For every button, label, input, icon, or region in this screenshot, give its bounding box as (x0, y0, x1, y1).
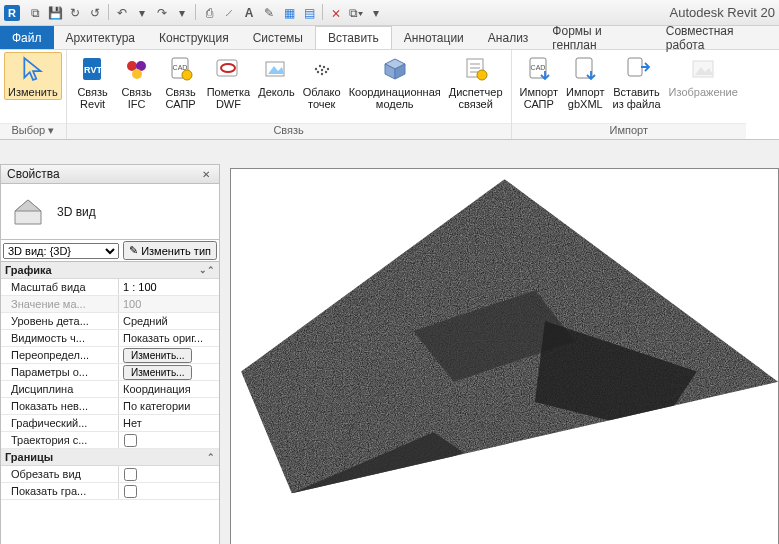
coord-model-button[interactable]: Координационная модель (345, 52, 445, 112)
tab-structure[interactable]: Конструкция (147, 26, 241, 49)
edit-icon: ✎ (129, 244, 138, 257)
dwf-markup-button[interactable]: Пометка DWF (203, 52, 255, 112)
visibility-value[interactable]: Показать ориг... (119, 330, 219, 346)
panel-select: Изменить Выбор ▾ (0, 50, 67, 139)
import-cad-button[interactable]: CAD Импорт САПР (516, 52, 562, 112)
prop-row: Переопредел...Изменить... (1, 347, 219, 364)
qat-text-icon[interactable]: A (240, 4, 258, 22)
qat-sheet-icon[interactable]: ▤ (300, 4, 318, 22)
properties-title: Свойства (7, 167, 60, 181)
prop-row: Обрезать вид (1, 466, 219, 483)
tab-file[interactable]: Файл (0, 26, 54, 49)
import-gbxml-label: Импорт gbXML (566, 86, 604, 110)
link-cad-label: Связь САПР (165, 86, 195, 110)
prop-row: Показать гра... (1, 483, 219, 500)
tab-massing[interactable]: Формы и генплан (540, 26, 653, 49)
qat-dropdown-icon[interactable]: ▾ (133, 4, 151, 22)
insert-file-label: Вставить из файла (612, 86, 660, 110)
insert-file-icon (622, 54, 652, 84)
image-icon (688, 54, 718, 84)
crop-checkbox[interactable] (124, 468, 137, 481)
view-selector[interactable]: 3D вид: {3D} (3, 243, 119, 259)
svg-text:CAD: CAD (530, 64, 545, 71)
link-ifc-button[interactable]: Связь IFC (115, 52, 159, 112)
group-graphics[interactable]: Графика⌄⌃ (1, 262, 219, 279)
panel-select-label[interactable]: Выбор ▾ (0, 123, 66, 139)
tab-annotations[interactable]: Аннотации (392, 26, 476, 49)
svg-point-7 (182, 70, 192, 80)
tab-insert[interactable]: Вставить (315, 26, 392, 49)
ribbon-tabs: Файл Архитектура Конструкция Системы Вст… (0, 26, 779, 50)
showhidden-value[interactable]: По категории (119, 398, 219, 414)
coord-label: Координационная модель (349, 86, 441, 110)
title-bar: R ⧉ 💾 ↻ ↺ ↶ ▾ ↷ ▾ ⎙ ⟋ A ✎ ▦ ▤ ⨯ ⧉▾ ▾ Aut… (0, 0, 779, 26)
qat-dropdown-icon[interactable]: ▾ (367, 4, 385, 22)
link-ifc-label: Связь IFC (121, 86, 151, 110)
point-cloud-render (231, 169, 778, 544)
params-edit-button[interactable]: Изменить... (123, 365, 192, 380)
point-cloud-button[interactable]: Облако точек (299, 52, 345, 112)
graphicstyle-value[interactable]: Нет (119, 415, 219, 431)
override-edit-button[interactable]: Изменить... (123, 348, 192, 363)
panel-link-label: Связь (67, 123, 511, 139)
svg-point-15 (326, 68, 328, 70)
chevron-up-icon: ⌄⌃ (199, 265, 215, 275)
decal-button[interactable]: Деколь (254, 52, 299, 100)
prop-row: ДисциплинаКоординация (1, 381, 219, 398)
image-label: Изображение (669, 86, 738, 98)
dwf-icon (213, 54, 243, 84)
edit-type-button[interactable]: ✎Изменить тип (123, 241, 217, 260)
point-cloud-label: Облако точек (303, 86, 341, 110)
qat-addin-icon[interactable]: ⧉▾ (347, 4, 365, 22)
import-cad-label: Импорт САПР (520, 86, 558, 110)
app-logo: R (4, 5, 20, 21)
type-selector[interactable]: 3D вид (0, 184, 220, 240)
link-revit-label: Связь Revit (77, 86, 107, 110)
qat-undo-icon[interactable]: ↶ (113, 4, 131, 22)
house-icon (11, 197, 45, 227)
properties-header: Свойства ✕ (0, 164, 220, 184)
ribbon: Изменить Выбор ▾ RVT Связь Revit Связь I… (0, 50, 779, 140)
qat-sync2-icon[interactable]: ↺ (86, 4, 104, 22)
tab-analysis[interactable]: Анализ (476, 26, 541, 49)
link-revit-button[interactable]: RVT Связь Revit (71, 52, 115, 112)
link-cad-button[interactable]: CAD Связь САПР (159, 52, 203, 112)
prop-row: Значение ма...100 (1, 296, 219, 313)
prop-row: Параметры о...Изменить... (1, 364, 219, 381)
prop-row: Графический...Нет (1, 415, 219, 432)
ifc-icon (122, 54, 152, 84)
qat-open-icon[interactable]: ⧉ (26, 4, 44, 22)
qat-sync-icon[interactable]: ↻ (66, 4, 84, 22)
group-bounds[interactable]: Границы⌃ (1, 449, 219, 466)
qat-dropdown-icon[interactable]: ▾ (173, 4, 191, 22)
detail-value[interactable]: Средний (119, 313, 219, 329)
image-button: Изображение (665, 52, 742, 100)
showcrop-checkbox[interactable] (124, 485, 137, 498)
manage-links-label: Диспетчер связей (449, 86, 503, 110)
qat-mark-icon[interactable]: ✎ (260, 4, 278, 22)
tab-architecture[interactable]: Архитектура (54, 26, 148, 49)
cursor-icon (18, 54, 48, 84)
trajectory-checkbox[interactable] (124, 434, 137, 447)
viewport-3d[interactable] (230, 168, 779, 544)
scale-input[interactable] (123, 281, 215, 293)
tab-collaborate[interactable]: Совместная работа (654, 26, 779, 49)
cube-icon (380, 54, 410, 84)
qat-redo-icon[interactable]: ↷ (153, 4, 171, 22)
qat-save-icon[interactable]: 💾 (46, 4, 64, 22)
modify-button[interactable]: Изменить (4, 52, 62, 100)
insert-from-file-button[interactable]: Вставить из файла (608, 52, 664, 112)
svg-rect-31 (628, 58, 642, 76)
import-gbxml-button[interactable]: Импорт gbXML (562, 52, 608, 112)
close-icon[interactable]: ✕ (199, 169, 213, 180)
prop-row: Уровень дета...Средний (1, 313, 219, 330)
qat-hatch-icon[interactable]: ▦ (280, 4, 298, 22)
qat-close-icon[interactable]: ⨯ (327, 4, 345, 22)
qat-measure-icon[interactable]: ⟋ (220, 4, 238, 22)
tab-systems[interactable]: Системы (241, 26, 315, 49)
panel-link: RVT Связь Revit Связь IFC CAD Связь САПР… (67, 50, 512, 139)
manage-links-button[interactable]: Диспетчер связей (445, 52, 507, 112)
discipline-value[interactable]: Координация (119, 381, 219, 397)
qat-print-icon[interactable]: ⎙ (200, 4, 218, 22)
app-title: Autodesk Revit 20 (669, 5, 775, 20)
